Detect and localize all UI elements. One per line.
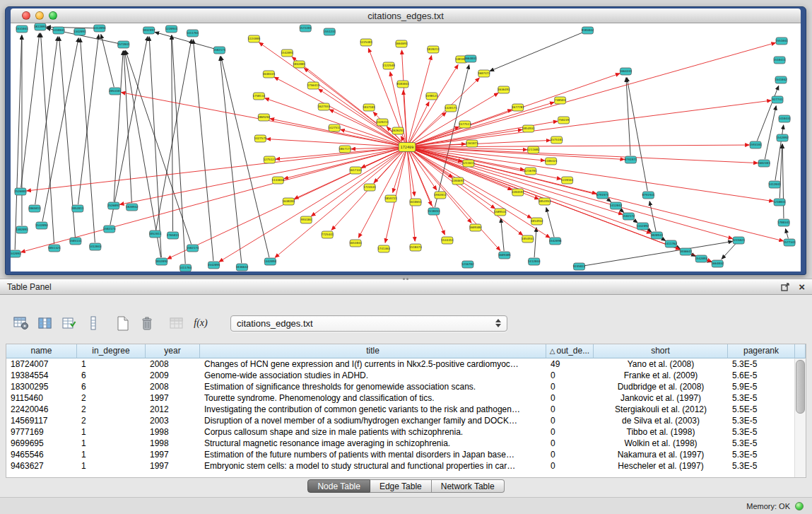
table-cell[interactable]: 0 xyxy=(546,449,594,460)
graph-node[interactable]: 8183041 xyxy=(396,81,409,88)
table-cell[interactable]: 5.3E-5 xyxy=(728,438,795,449)
table-cell[interactable]: Corpus callosum shape and size in male p… xyxy=(200,426,546,438)
graph-edge[interactable] xyxy=(409,102,429,144)
table-cell[interactable]: Nakamura et al. (1997) xyxy=(594,449,728,460)
table-cell[interactable]: 2003 xyxy=(146,415,200,426)
graph-node[interactable]: 2053101 xyxy=(109,88,122,95)
graph-edge[interactable] xyxy=(15,35,22,250)
graph-edge[interactable] xyxy=(546,208,554,238)
graph-node[interactable]: 1741363 xyxy=(377,245,390,252)
graph-node[interactable]: 1854951 xyxy=(539,198,551,205)
graph-node[interactable]: 1859721 xyxy=(384,195,397,202)
graph-node[interactable]: 1037101 xyxy=(363,104,375,111)
table-cell[interactable]: 6 xyxy=(77,381,146,392)
graph-node[interactable]: 1854931 xyxy=(522,125,535,132)
graph-node[interactable]: 993184 xyxy=(300,216,312,223)
graph-node[interactable]: 1032092 xyxy=(155,258,168,265)
table-row[interactable]: 946554611997Estimation of the future num… xyxy=(6,449,806,460)
table-row[interactable]: 1456911722003Disruption of a novel membe… xyxy=(6,415,806,426)
table-cell[interactable]: 0 xyxy=(546,438,594,449)
graph-node[interactable]: 1541042 xyxy=(775,76,787,83)
table-cell[interactable]: 1 xyxy=(77,438,146,449)
column-header-year[interactable]: year xyxy=(146,344,200,358)
graph-edge[interactable] xyxy=(408,151,415,196)
graph-node[interactable]: 1032097 xyxy=(143,27,155,34)
table-cell[interactable]: 0 xyxy=(546,415,594,426)
graph-node[interactable]: 172409 xyxy=(399,143,416,152)
graph-node[interactable]: 1224005 xyxy=(248,35,261,42)
graph-node[interactable]: 1626251 xyxy=(392,127,404,134)
graph-node[interactable]: 1510411 xyxy=(773,57,786,64)
table-cell[interactable]: 9699695 xyxy=(6,438,77,449)
graph-edge[interactable] xyxy=(319,89,404,145)
graph-edge[interactable] xyxy=(411,145,749,147)
graph-node[interactable]: 1411762 xyxy=(665,240,678,247)
delete-table-icon[interactable] xyxy=(137,313,157,333)
column-header-title[interactable]: title xyxy=(200,344,546,358)
graph-node[interactable]: 1638203 xyxy=(282,198,295,205)
table-cell[interactable]: 2008 xyxy=(146,381,200,392)
table-row[interactable]: 911546021997Tourette syndrome. Phenomeno… xyxy=(6,392,806,404)
close-button[interactable] xyxy=(22,11,30,20)
column-header-pagerank[interactable]: pagerank xyxy=(728,344,795,358)
graph-edge[interactable] xyxy=(126,51,192,245)
graph-node[interactable]: 1518473 xyxy=(409,244,422,251)
graph-node[interactable]: 1577511 xyxy=(459,121,471,128)
graph-node[interactable]: 1052011 xyxy=(149,230,162,238)
graph-edge[interactable] xyxy=(220,57,241,263)
graph-node[interactable]: 1411761 xyxy=(187,30,199,37)
table-cell[interactable]: 5.3E-5 xyxy=(728,460,795,472)
graph-node[interactable]: 1577341 xyxy=(783,239,796,246)
graph-node[interactable]: 927741 xyxy=(772,96,783,103)
table-cell[interactable]: 5.3E-5 xyxy=(728,426,795,438)
graph-edge[interactable] xyxy=(40,33,54,244)
graph-node[interactable]: 1210031 xyxy=(773,199,786,206)
graph-edge[interactable] xyxy=(266,139,403,147)
table-cell[interactable]: Yano et al. (2008) xyxy=(594,358,728,370)
table-cell[interactable]: Investigating the contribution of common… xyxy=(200,404,546,415)
table-row[interactable]: 1872400712008Changes of HCN gene express… xyxy=(6,358,806,370)
table-row[interactable]: 1938455462009Genome-wide association stu… xyxy=(6,370,806,381)
graph-node[interactable]: 8791931 xyxy=(642,192,655,199)
table-cell[interactable]: 19384554 xyxy=(6,370,77,381)
table-cell[interactable]: Structural magnetic resonance image aver… xyxy=(200,438,546,449)
graph-node[interactable]: 1220161 xyxy=(561,177,574,184)
graph-edge[interactable] xyxy=(120,148,404,204)
column-header-out-de-[interactable]: △out_de... xyxy=(546,344,594,358)
table-row[interactable]: 946362711997Embryonic stem cells: a mode… xyxy=(6,460,806,472)
graph-edge[interactable] xyxy=(411,148,733,239)
graph-node[interactable]: 1342093 xyxy=(11,250,21,257)
graph-node[interactable]: 1677781 xyxy=(512,104,524,111)
graph-node[interactable]: 1820211 xyxy=(427,46,440,53)
graph-edge[interactable] xyxy=(193,40,213,261)
graph-node[interactable]: 1664032 xyxy=(711,260,724,267)
graph-edge[interactable] xyxy=(404,90,407,143)
graph-node[interactable]: 1542093 xyxy=(695,255,707,262)
table-cell[interactable]: Stergiakouli et al. (2012) xyxy=(594,404,728,415)
graph-node[interactable]: 1636491 xyxy=(498,86,510,93)
select-rows-icon[interactable] xyxy=(59,313,79,333)
graph-node[interactable]: 1700341 xyxy=(777,219,790,226)
graph-edge[interactable] xyxy=(775,125,784,180)
column-header-name[interactable]: name xyxy=(6,344,77,358)
table-cell[interactable]: 1 xyxy=(77,449,146,460)
table-cell[interactable]: 49 xyxy=(546,358,594,370)
graph-edge[interactable] xyxy=(490,32,584,71)
close-panel-icon[interactable]: × xyxy=(799,282,805,292)
graph-node[interactable]: 1216702 xyxy=(461,261,474,268)
table-cell[interactable]: Wolkin et al. (1998) xyxy=(594,438,728,449)
graph-edge[interactable] xyxy=(124,51,131,203)
graph-node[interactable]: 1664031 xyxy=(464,55,477,62)
graph-edge[interactable] xyxy=(626,78,630,156)
graph-node[interactable]: 1607472 xyxy=(478,70,490,77)
graph-node[interactable]: 1617331 xyxy=(349,167,362,174)
table-cell[interactable]: Embryonic stem cells: a model to study s… xyxy=(200,460,546,472)
graph-node[interactable]: 1502174 xyxy=(187,245,199,252)
scrollbar-thumb[interactable] xyxy=(796,360,805,414)
table-cell[interactable]: 0 xyxy=(546,426,594,438)
graph-node[interactable]: 1756411 xyxy=(307,82,319,89)
import-table-icon[interactable] xyxy=(167,313,187,333)
graph-node[interactable]: 1867171 xyxy=(339,146,351,153)
graph-node[interactable]: 1724531 xyxy=(363,184,376,191)
graph-edge[interactable] xyxy=(779,144,782,198)
